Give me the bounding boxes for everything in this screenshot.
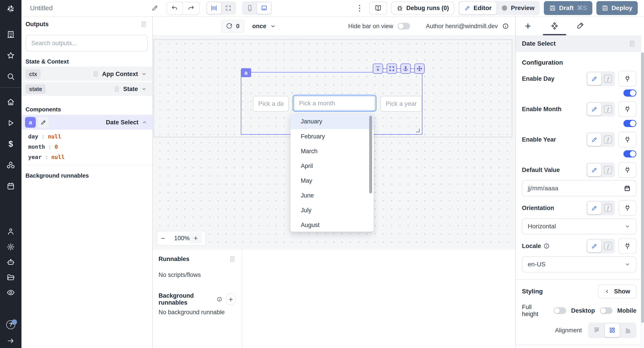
app-canvas[interactable]: a January F: [153, 36, 515, 248]
calendar-icon[interactable]: [624, 185, 630, 192]
orientation-select[interactable]: Horizontal: [522, 218, 636, 234]
static-pencil-icon[interactable]: [588, 103, 601, 116]
doc-icon[interactable]: [92, 71, 99, 78]
deploy-button[interactable]: Deploy: [596, 1, 638, 15]
draft-button[interactable]: Draft ⌘S: [544, 1, 592, 15]
hide-bar-toggle[interactable]: [398, 23, 410, 30]
desktop-toggle[interactable]: [600, 307, 612, 314]
resources-cubes-icon[interactable]: [0, 158, 22, 172]
connect-plug-icon[interactable]: [618, 162, 636, 178]
month-option-july[interactable]: July: [290, 203, 374, 218]
undo-button[interactable]: [167, 2, 183, 14]
edit-title-pencil-icon[interactable]: [151, 4, 159, 12]
mobile-view-button[interactable]: [243, 2, 257, 14]
static-pencil-icon[interactable]: [588, 72, 601, 85]
schedules-calendar-icon[interactable]: [0, 179, 22, 193]
connect-plug-icon[interactable]: [618, 200, 636, 216]
connect-plug-icon[interactable]: [618, 101, 636, 117]
enable-month-toggle[interactable]: [624, 120, 636, 127]
month-option-march[interactable]: March: [290, 144, 374, 158]
watch-eye-icon[interactable]: [0, 286, 22, 300]
doc-icon[interactable]: [113, 86, 120, 92]
align-bottom-icon[interactable]: [620, 324, 635, 337]
add-background-runnable-button[interactable]: +: [226, 293, 236, 305]
windmill-logo-icon[interactable]: [0, 3, 22, 14]
connect-plug-icon[interactable]: [618, 71, 636, 86]
info-icon[interactable]: [544, 243, 550, 249]
scrollbar-thumb[interactable]: [641, 52, 644, 323]
static-pencil-icon[interactable]: [588, 164, 601, 176]
function-mode-icon[interactable]: f: [602, 164, 614, 176]
resize-handle[interactable]: [416, 129, 420, 132]
editor-tab[interactable]: Editor: [459, 2, 497, 14]
fill-height-icon[interactable]: [373, 64, 383, 74]
variables-dollar-icon[interactable]: $: [0, 137, 22, 151]
folders-icon[interactable]: [0, 270, 22, 284]
component-doc-icon[interactable]: [628, 40, 636, 48]
dropdown-scrollbar[interactable]: [369, 116, 372, 194]
month-option-august[interactable]: August: [290, 218, 374, 232]
settings-gear-icon[interactable]: [0, 240, 22, 254]
runnables-doc-icon[interactable]: [229, 256, 236, 262]
debug-runs-button[interactable]: Debug runs (0): [391, 2, 454, 14]
component-row-date-select[interactable]: a Date Select: [22, 115, 152, 130]
workspace-icon[interactable]: [0, 27, 22, 42]
ai-robot-icon[interactable]: [0, 255, 22, 269]
frequency-dropdown[interactable]: once: [248, 20, 280, 33]
chevron-down-icon[interactable]: [141, 86, 147, 92]
preview-tab[interactable]: Preview: [497, 2, 539, 14]
home-icon[interactable]: [0, 95, 22, 109]
refresh-count-button[interactable]: 0: [221, 20, 244, 33]
help-question-icon[interactable]: ?: [0, 318, 22, 332]
component-tag-badge[interactable]: a: [241, 68, 251, 77]
desktop-view-button[interactable]: [257, 2, 271, 14]
month-option-may[interactable]: May: [290, 173, 374, 188]
enable-year-toggle[interactable]: [624, 150, 636, 158]
year-input[interactable]: [380, 96, 422, 112]
tab-component-settings[interactable]: [544, 16, 564, 35]
month-option-february[interactable]: February: [290, 129, 374, 144]
favorites-star-icon[interactable]: [0, 48, 22, 62]
outputs-doc-icon[interactable]: [140, 20, 147, 28]
connect-plug-icon[interactable]: [618, 238, 636, 254]
day-input[interactable]: [253, 96, 289, 112]
settings-scrollbar[interactable]: [641, 52, 644, 348]
info-icon[interactable]: [217, 296, 222, 302]
context-row-ctx[interactable]: ctx App Context: [22, 67, 152, 81]
align-top-icon[interactable]: [589, 324, 604, 337]
static-pencil-icon[interactable]: [588, 202, 601, 214]
search-icon[interactable]: [0, 69, 22, 84]
month-option-april[interactable]: April: [290, 158, 374, 173]
function-mode-icon[interactable]: f: [602, 240, 614, 252]
redo-button[interactable]: [183, 2, 199, 14]
enable-day-toggle[interactable]: [624, 90, 636, 96]
locale-select[interactable]: en-US: [522, 256, 636, 272]
centered-layout-button[interactable]: [207, 2, 221, 14]
docs-book-button[interactable]: [369, 2, 387, 14]
align-center-icon[interactable]: [605, 324, 620, 337]
expand-icon[interactable]: [386, 64, 397, 74]
function-mode-icon[interactable]: f: [602, 72, 614, 85]
chevron-down-icon[interactable]: [141, 71, 147, 77]
rename-pencil-icon[interactable]: [38, 117, 49, 128]
expand-rail-arrow-icon[interactable]: [0, 334, 22, 348]
function-mode-icon[interactable]: f: [602, 202, 614, 214]
static-pencil-icon[interactable]: [588, 240, 601, 252]
user-icon[interactable]: [0, 224, 22, 239]
month-input[interactable]: [294, 96, 375, 110]
show-styling-button[interactable]: Show: [598, 284, 636, 298]
function-mode-icon[interactable]: f: [602, 103, 614, 116]
zoom-in-button[interactable]: +: [190, 232, 202, 244]
tab-styling-brush[interactable]: [570, 16, 590, 35]
move-icon[interactable]: [414, 64, 425, 74]
info-icon[interactable]: [502, 23, 509, 30]
context-row-state[interactable]: state State: [22, 82, 152, 96]
tab-insert-component[interactable]: +: [518, 16, 538, 35]
connect-plug-icon[interactable]: [618, 132, 636, 148]
static-pencil-icon[interactable]: [588, 133, 601, 146]
runs-play-icon[interactable]: [0, 116, 22, 130]
month-option-january[interactable]: January: [290, 114, 374, 129]
kebab-menu-icon[interactable]: ⋮: [356, 3, 364, 13]
anchor-icon[interactable]: [400, 64, 411, 74]
search-outputs-input[interactable]: [26, 35, 148, 52]
